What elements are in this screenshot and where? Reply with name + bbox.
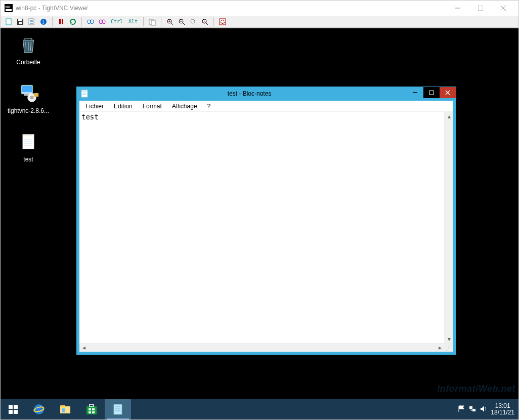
viewer-maximize-button[interactable] — [469, 1, 492, 15]
pause-icon[interactable] — [56, 17, 66, 27]
menu-edition[interactable]: Edition — [110, 102, 137, 111]
tightvnc-viewer-window: VNC win8-pc - TightVNC Viewer i Ctrl Alt… — [0, 0, 519, 420]
viewer-titlebar[interactable]: VNC win8-pc - TightVNC Viewer — [1, 1, 518, 16]
recycle-bin-icon[interactable]: Corbeille — [6, 32, 51, 66]
svg-point-50 — [24, 135, 25, 136]
fullscreen-icon[interactable] — [218, 17, 228, 27]
svg-rect-70 — [14, 410, 18, 414]
svg-point-53 — [29, 135, 30, 136]
tray-flag-icon[interactable] — [457, 405, 465, 414]
notepad-textarea[interactable]: test — [79, 112, 444, 343]
alt-key-button[interactable]: Alt — [126, 19, 140, 24]
svg-point-52 — [27, 135, 28, 136]
start-button[interactable] — [1, 399, 26, 419]
desktop-icon-label: Corbeille — [16, 59, 40, 66]
svg-rect-73 — [36, 408, 42, 410]
resize-grip-icon[interactable]: ⋰ — [444, 344, 453, 352]
toolbar-separator — [161, 17, 161, 26]
svg-point-22 — [99, 20, 102, 24]
taskbar-explorer-icon[interactable] — [52, 399, 78, 419]
desktop-icon-label: test — [23, 156, 33, 163]
notepad-menubar: Fichier Edition Format Affichage ? — [79, 101, 453, 112]
watermark: InformatiWeb.net — [437, 384, 515, 394]
svg-rect-19 — [62, 19, 63, 24]
menu-affichage[interactable]: Affichage — [168, 102, 201, 111]
save-icon[interactable] — [15, 17, 25, 27]
desktop-icons-column: Corbeille tightvnc-2.8.6... test — [1, 28, 56, 167]
notepad-icon — [80, 90, 89, 98]
svg-point-51 — [25, 135, 26, 136]
notepad-maximize-button[interactable] — [423, 87, 440, 98]
zoom-100-icon[interactable] — [188, 17, 198, 27]
zoom-in-icon[interactable] — [165, 17, 175, 27]
menu-fichier[interactable]: Fichier — [81, 102, 108, 111]
viewer-close-button[interactable] — [492, 1, 514, 15]
tray-volume-icon[interactable] — [480, 405, 488, 414]
taskbar-clock[interactable]: 13:01 18/11/21 — [491, 403, 514, 416]
zoom-auto-icon[interactable]: A — [200, 17, 210, 27]
notepad-window[interactable]: test - Bloc-notes Fichier Edition Format… — [76, 87, 456, 355]
tray-network-icon[interactable] — [468, 405, 477, 414]
notepad-titlebar[interactable]: test - Bloc-notes — [76, 87, 456, 101]
svg-rect-67 — [9, 405, 13, 409]
svg-point-33 — [191, 19, 195, 23]
taskbar-notepad-icon[interactable] — [105, 399, 131, 419]
scroll-down-icon[interactable]: ▾ — [445, 334, 453, 343]
toolbar-separator — [143, 17, 144, 26]
scroll-left-icon[interactable]: ◂ — [79, 344, 88, 352]
test-textfile-icon[interactable]: test — [6, 130, 51, 163]
svg-rect-25 — [151, 20, 155, 25]
notepad-body: test ▴ ▾ — [79, 112, 453, 343]
svg-rect-75 — [60, 405, 65, 407]
notepad-title: test - Bloc-notes — [92, 90, 407, 97]
transfer-files-icon[interactable] — [147, 17, 157, 27]
info-icon[interactable]: i — [38, 17, 49, 27]
toolbar-separator — [81, 17, 82, 26]
svg-point-21 — [91, 20, 94, 24]
viewer-toolbar: i Ctrl Alt A — [1, 16, 518, 28]
scroll-up-icon[interactable]: ▴ — [445, 112, 453, 120]
svg-rect-59 — [81, 90, 88, 97]
ctrl-key-button[interactable]: Ctrl — [109, 19, 125, 24]
svg-point-20 — [88, 20, 91, 24]
svg-rect-81 — [89, 411, 91, 413]
refresh-icon[interactable] — [68, 17, 78, 27]
new-connection-icon[interactable] — [4, 17, 14, 27]
scroll-right-icon[interactable]: ▸ — [436, 344, 444, 352]
zoom-out-icon[interactable] — [177, 17, 187, 27]
options-icon[interactable] — [27, 17, 37, 27]
notepad-inner: Fichier Edition Format Affichage ? test … — [79, 101, 453, 352]
taskbar-ie-icon[interactable] — [26, 399, 52, 419]
taskbar-store-icon[interactable] — [78, 399, 105, 419]
ctrl-alt-del-icon[interactable] — [85, 17, 96, 27]
system-tray[interactable]: 13:01 18/11/21 — [453, 399, 518, 419]
notepad-hscrollbar[interactable]: ◂ ▸ ⋰ — [79, 343, 453, 352]
viewer-minimize-button[interactable] — [446, 1, 469, 15]
svg-rect-82 — [92, 411, 95, 413]
menu-format[interactable]: Format — [139, 102, 166, 111]
desktop-icon-label: tightvnc-2.8.6... — [8, 107, 49, 114]
notepad-minimize-button[interactable] — [407, 87, 423, 98]
notepad-close-button[interactable] — [440, 87, 456, 98]
ctrl-esc-icon[interactable] — [97, 17, 107, 27]
svg-rect-43 — [22, 86, 32, 92]
svg-rect-83 — [114, 404, 122, 414]
tightvnc-installer-icon[interactable]: tightvnc-2.8.6... — [6, 81, 51, 114]
svg-line-36 — [206, 23, 208, 25]
svg-point-54 — [31, 135, 32, 136]
notepad-vscrollbar[interactable]: ▴ ▾ — [444, 112, 453, 343]
svg-rect-47 — [34, 93, 38, 97]
svg-text:VNC: VNC — [5, 5, 11, 9]
svg-text:A: A — [203, 20, 205, 23]
svg-line-27 — [171, 23, 173, 25]
menu-help[interactable]: ? — [203, 102, 215, 111]
toolbar-separator — [213, 17, 214, 26]
svg-line-31 — [183, 23, 185, 25]
svg-rect-11 — [19, 22, 22, 24]
remote-desktop[interactable]: Corbeille tightvnc-2.8.6... test — [1, 28, 518, 419]
svg-rect-79 — [89, 408, 91, 410]
svg-rect-7 — [6, 19, 11, 25]
remote-taskbar[interactable]: 13:01 18/11/21 — [1, 399, 518, 419]
svg-rect-80 — [92, 408, 95, 410]
svg-rect-76 — [62, 408, 65, 412]
